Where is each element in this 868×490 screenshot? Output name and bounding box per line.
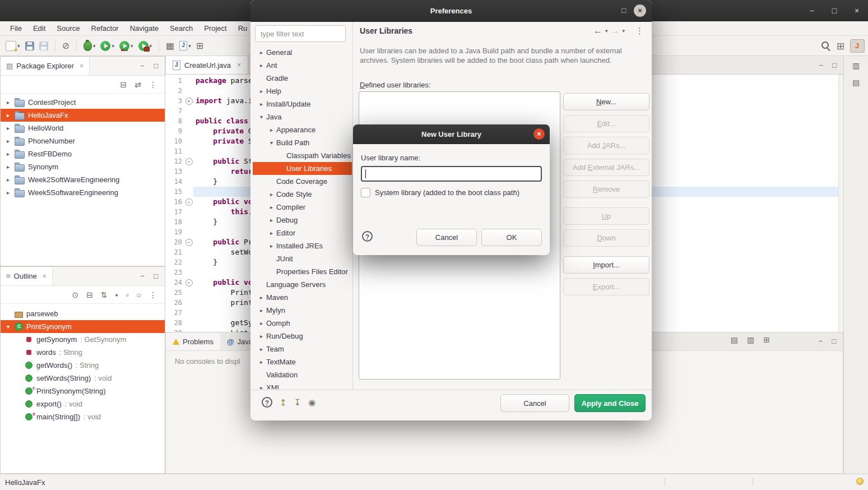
expander-icon[interactable]: ▸ [258, 346, 264, 352]
outline-item[interactable]: getSynonym : GetSynonym [1, 333, 165, 346]
import-button[interactable]: Import... [563, 256, 649, 274]
open-console-icon[interactable]: ⊞ [763, 336, 770, 344]
expander-icon[interactable]: ▸ [5, 164, 11, 170]
outline-item[interactable]: export() : void [1, 397, 165, 410]
collapse-all-icon[interactable]: ⊟ [120, 81, 127, 89]
fold-marker[interactable] [184, 227, 193, 237]
preferences-tree-item[interactable]: ▸ XML [253, 381, 352, 389]
open-type-icon[interactable] [196, 40, 203, 51]
menu-ru[interactable]: Ru [233, 22, 253, 34]
expander-icon[interactable]: ▸ [258, 294, 264, 301]
clear-console-icon[interactable]: ▤ [731, 336, 738, 344]
preferences-tree-item[interactable]: Gradle [253, 72, 352, 85]
preferences-tree-item[interactable]: Code Coverage [253, 175, 352, 188]
problems-tab[interactable]: Problems [166, 333, 220, 350]
preferences-tree-item[interactable]: Properties Files Editor [253, 265, 352, 278]
minimize-editor-icon[interactable]: − [819, 61, 824, 70]
preferences-tree-item[interactable]: ▾ Java [253, 110, 352, 123]
minimize-icon[interactable]: − [807, 6, 816, 15]
preferences-filter-input[interactable] [255, 25, 346, 42]
apply-and-close-button[interactable]: Apply and Close [574, 394, 646, 412]
minimize-view-icon[interactable]: − [141, 272, 145, 280]
preferences-tree-item[interactable]: ▸ Compiler [253, 201, 352, 214]
preferences-tree-item[interactable]: ▸ Maven [253, 291, 352, 304]
maximize-icon[interactable]: □ [830, 6, 839, 15]
outline-item[interactable]: parseweb [1, 307, 165, 320]
preferences-titlebar[interactable]: Preferences □ × [250, 0, 652, 22]
maximize-editor-icon[interactable]: □ [832, 61, 837, 70]
menu-source[interactable]: Source [51, 22, 85, 34]
preferences-tree-item[interactable]: Language Servers [253, 278, 352, 291]
fold-marker[interactable]: − [184, 278, 193, 288]
expander-icon[interactable]: ▸ [5, 151, 11, 157]
preferences-tree-item[interactable]: Classpath Variables [253, 149, 352, 162]
fold-marker[interactable] [184, 288, 193, 298]
expander-icon[interactable]: ▾ [258, 114, 264, 120]
expander-icon[interactable]: ▾ [5, 323, 11, 330]
project-row[interactable]: ▸ HelloWorld [1, 122, 165, 135]
expander-icon[interactable]: ▸ [268, 204, 275, 210]
preferences-cancel-button[interactable]: Cancel [500, 394, 569, 412]
expander-icon[interactable]: ▸ [5, 189, 11, 196]
back-history-caret-icon[interactable]: ▾ [605, 28, 608, 34]
outline-item[interactable]: s main(String[]) : void [1, 410, 165, 423]
collapse-all-icon[interactable]: ⊟ [86, 291, 93, 299]
library-name-input[interactable] [361, 166, 542, 182]
expander-icon[interactable]: ▸ [258, 307, 264, 313]
restore-view-2-icon[interactable]: ▤ [852, 78, 860, 86]
help-icon[interactable]: ? [262, 397, 272, 408]
new-button[interactable]: New... [563, 93, 649, 110]
preferences-tree-item[interactable]: ▸ Debug [253, 214, 352, 226]
expander-icon[interactable]: ▸ [258, 385, 264, 389]
expander-icon[interactable]: ▸ [258, 49, 264, 56]
outline-item[interactable]: setWords(String) : void [1, 372, 165, 385]
search-icon[interactable] [821, 41, 831, 51]
fold-marker[interactable] [184, 187, 193, 197]
outline-item[interactable]: ▾ PrintSynonym [1, 320, 165, 333]
expander-icon[interactable]: ▸ [258, 62, 264, 68]
dialog-close-icon[interactable]: × [533, 128, 545, 140]
fold-marker[interactable] [184, 207, 193, 217]
project-row[interactable]: ▸ Synonym [1, 160, 165, 173]
menu-search[interactable]: Search [164, 22, 198, 34]
menu-refactor[interactable]: Refactor [86, 22, 124, 34]
preferences-tree-item[interactable]: ▸ Run/Debug [253, 330, 352, 343]
outline-item[interactable]: getWords() : String [1, 359, 165, 372]
fold-marker[interactable] [184, 308, 193, 318]
project-row[interactable]: ▸ PhoneNumber [1, 135, 165, 147]
preferences-tree-item[interactable]: ▸ Editor [253, 226, 352, 239]
tab-close-icon[interactable]: × [237, 61, 241, 69]
expander-icon[interactable]: ▸ [5, 138, 11, 144]
menu-navigate[interactable]: Navigate [124, 22, 164, 34]
save-all-icon[interactable] [39, 41, 48, 50]
fold-marker[interactable]: − [184, 197, 193, 207]
fold-marker[interactable] [184, 267, 193, 278]
coverage-icon[interactable]: ▾ [119, 41, 133, 51]
preferences-tree-item[interactable]: ▸ General [253, 46, 352, 59]
preferences-tree-item[interactable]: ▸ Install/Update [253, 98, 352, 110]
fold-marker[interactable] [184, 257, 193, 267]
new-wizard-icon[interactable]: ▾ [6, 41, 20, 51]
fold-marker[interactable]: − [184, 237, 193, 247]
close-view-icon[interactable]: × [43, 272, 47, 280]
new-user-library-titlebar[interactable]: New User Library × [353, 124, 550, 144]
project-row[interactable]: ▸ ContestProject [1, 96, 165, 109]
fold-marker[interactable] [184, 136, 193, 146]
minimize-view-icon[interactable]: − [141, 62, 145, 70]
expander-icon[interactable]: ▸ [5, 99, 11, 105]
expander-icon[interactable]: ▸ [258, 101, 264, 107]
menu-project[interactable]: Project [198, 22, 232, 34]
close-view-icon[interactable]: × [80, 62, 83, 70]
debug-icon[interactable]: ▾ [83, 41, 96, 51]
preferences-tree-item[interactable]: ▸ Code Style [253, 188, 352, 201]
preference-record-icon[interactable]: ◉ [308, 397, 315, 408]
open-perspective-icon[interactable] [837, 40, 844, 52]
display-selected-console-icon[interactable]: ▥ [747, 336, 754, 344]
fold-marker[interactable] [184, 328, 193, 332]
close-icon[interactable]: × [852, 6, 861, 15]
link-with-editor-icon[interactable]: ⇄ [134, 81, 141, 89]
fold-marker[interactable] [184, 106, 193, 116]
restore-view-1-icon[interactable]: ▥ [852, 62, 860, 70]
menu-edit[interactable]: Edit [27, 22, 51, 34]
dropdown-caret-icon[interactable]: ▾ [112, 43, 114, 49]
